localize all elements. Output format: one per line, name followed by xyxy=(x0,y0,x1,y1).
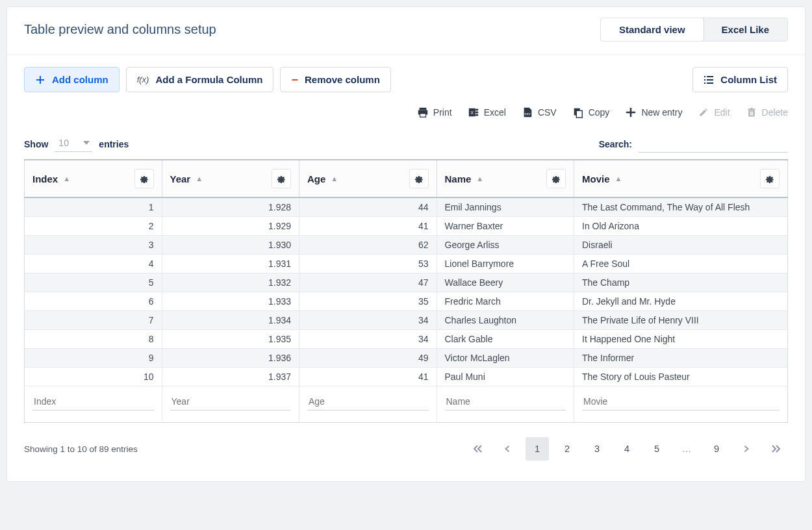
cell-movie: The Last Command, The Way of All Flesh xyxy=(574,197,788,217)
column-header-age[interactable]: Age▲ xyxy=(299,160,437,197)
cell-index: 1 xyxy=(25,197,162,217)
column-header-index[interactable]: Index▲ xyxy=(25,160,162,197)
cell-name: Fredric March xyxy=(437,292,574,311)
cell-age: 53 xyxy=(299,255,437,273)
search: Search: xyxy=(599,135,788,153)
column-settings-index[interactable] xyxy=(134,169,154,188)
cell-age: 34 xyxy=(299,330,437,349)
cell-index: 6 xyxy=(25,292,162,311)
page-5[interactable]: 5 xyxy=(645,437,668,461)
copy-button[interactable]: Copy xyxy=(572,107,610,118)
filter-input-year[interactable] xyxy=(170,393,292,410)
table-row[interactable]: 41.93153Lionel BarrymoreA Free Soul xyxy=(25,255,788,273)
cell-age: 49 xyxy=(299,349,437,368)
svg-rect-8 xyxy=(419,108,426,110)
new-entry-button[interactable]: New entry xyxy=(625,107,682,118)
print-button[interactable]: Print xyxy=(417,107,452,118)
cell-index: 8 xyxy=(25,330,162,349)
page-2[interactable]: 2 xyxy=(555,437,579,461)
cell-movie: The Informer xyxy=(574,349,788,368)
svg-rect-6 xyxy=(704,82,705,84)
table-row[interactable]: 21.92941Warner BaxterIn Old Arizona xyxy=(25,217,788,236)
cell-movie: Disraeli xyxy=(574,236,788,255)
svg-rect-25 xyxy=(751,111,752,115)
cell-year: 1.928 xyxy=(162,197,299,217)
svg-rect-24 xyxy=(750,111,750,115)
cell-index: 3 xyxy=(25,236,162,255)
trash-icon xyxy=(746,107,757,118)
cell-year: 1.935 xyxy=(162,330,299,349)
remove-column-label: Remove column xyxy=(305,74,380,85)
edit-button[interactable]: Edit xyxy=(698,107,730,118)
filter-input-index[interactable] xyxy=(32,393,154,410)
table-row[interactable]: 11.92844Emil JanningsThe Last Command, T… xyxy=(25,197,788,217)
pagination: 12345…9 xyxy=(466,437,788,461)
add-formula-column-button[interactable]: f(x) Add a Formula Column xyxy=(126,67,274,92)
page-first[interactable] xyxy=(466,437,489,461)
svg-text:X: X xyxy=(470,110,474,116)
delete-button[interactable]: Delete xyxy=(746,107,788,118)
cell-index: 4 xyxy=(25,255,162,273)
svg-rect-22 xyxy=(748,108,755,110)
add-column-button[interactable]: Add column xyxy=(24,67,120,92)
page-last[interactable] xyxy=(765,437,788,461)
svg-rect-10 xyxy=(420,114,425,117)
svg-rect-14 xyxy=(475,112,478,114)
cell-name: Paul Muni xyxy=(437,368,574,386)
sort-asc-icon: ▲ xyxy=(63,175,70,183)
cell-year: 1.937 xyxy=(162,368,299,386)
column-settings-year[interactable] xyxy=(272,169,291,188)
table-row[interactable]: 101.93741Paul MuniThe Story of Louis Pas… xyxy=(25,368,788,386)
table-row[interactable]: 51.93247Wallace BeeryThe Champ xyxy=(25,273,788,292)
cell-age: 44 xyxy=(299,197,437,217)
cell-index: 9 xyxy=(25,349,162,368)
svg-rect-5 xyxy=(707,79,713,81)
page-prev[interactable] xyxy=(496,437,519,461)
table-row[interactable]: 71.93434Charles LaughtonThe Private Life… xyxy=(25,311,788,330)
page-title: Table preview and columns setup xyxy=(24,22,216,37)
column-header-year[interactable]: Year▲ xyxy=(162,160,299,197)
excel-icon: X xyxy=(468,107,479,118)
filter-input-name[interactable] xyxy=(445,393,566,410)
cell-movie: In Old Arizona xyxy=(574,217,788,236)
cell-age: 47 xyxy=(299,273,437,292)
panel-header: Table preview and columns setup Standard… xyxy=(7,7,805,55)
column-settings-movie[interactable] xyxy=(760,169,780,188)
column-header-movie[interactable]: Movie▲ xyxy=(574,160,788,197)
excel-button[interactable]: X Excel xyxy=(468,107,506,118)
page-ellipsis: … xyxy=(675,437,698,461)
table-row[interactable]: 61.93335Fredric MarchDr. Jekyll and Mr. … xyxy=(25,292,788,311)
add-column-label: Add column xyxy=(52,74,108,85)
table-row[interactable]: 81.93534Clark GableIt Happened One Night xyxy=(25,330,788,349)
cell-index: 10 xyxy=(25,368,162,386)
page-4[interactable]: 4 xyxy=(615,437,639,461)
column-list-button[interactable]: Column List xyxy=(692,67,788,92)
page-9[interactable]: 9 xyxy=(705,437,728,461)
column-settings-name[interactable] xyxy=(546,169,566,188)
table-row[interactable]: 91.93649Victor McLaglenThe Informer xyxy=(25,349,788,368)
page-next[interactable] xyxy=(735,437,758,461)
cell-name: Charles Laughton xyxy=(437,311,574,330)
cell-age: 35 xyxy=(299,292,437,311)
excel-like-tab[interactable]: Excel Like xyxy=(704,18,787,41)
remove-column-button[interactable]: − Remove column xyxy=(280,67,390,92)
cell-year: 1.932 xyxy=(162,273,299,292)
cell-movie: The Champ xyxy=(574,273,788,292)
column-header-name[interactable]: Name▲ xyxy=(437,160,574,197)
filter-input-movie[interactable] xyxy=(582,393,780,410)
cell-name: Victor McLaglen xyxy=(437,349,574,368)
cell-name: Warner Baxter xyxy=(437,217,574,236)
entries-per-page: Show 10 entries xyxy=(24,136,129,152)
table-row[interactable]: 31.93062George ArlissDisraeli xyxy=(25,236,788,255)
standard-view-tab[interactable]: Standard view xyxy=(600,18,704,42)
cell-index: 2 xyxy=(25,217,162,236)
column-settings-age[interactable] xyxy=(409,169,429,188)
filter-input-age[interactable] xyxy=(307,393,429,410)
page-3[interactable]: 3 xyxy=(585,437,609,461)
search-input[interactable] xyxy=(639,135,788,153)
page-1[interactable]: 1 xyxy=(526,437,549,461)
svg-rect-18 xyxy=(576,110,582,118)
csv-button[interactable]: csv CSV xyxy=(522,107,557,118)
entries-select[interactable]: 10 xyxy=(55,136,92,152)
cell-age: 41 xyxy=(299,217,437,236)
